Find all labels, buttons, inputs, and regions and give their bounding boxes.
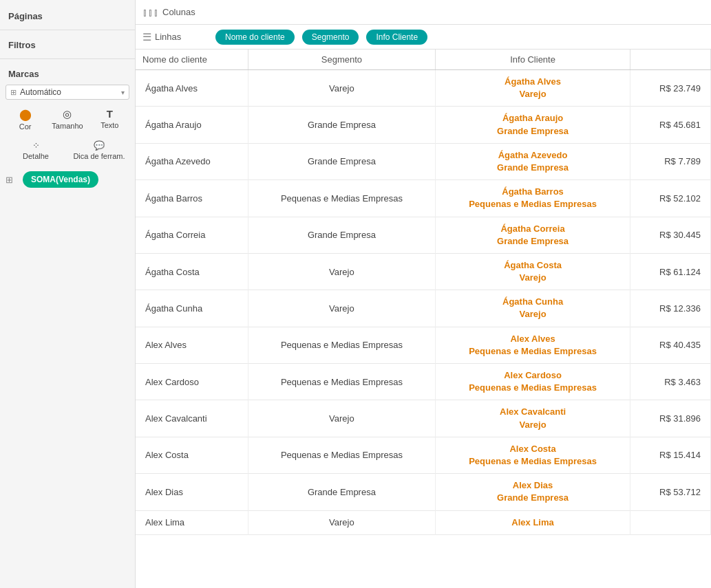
- info-line2: Varejo: [443, 272, 624, 284]
- table-row: Ágatha BarrosPequenas e Medias EmpresasÁ…: [136, 180, 711, 217]
- cell-segmento: Grande Empresa: [248, 107, 436, 143]
- info-line1: Ágatha Barros: [443, 186, 624, 198]
- pills-container: Nome do cliente Segmento Info Cliente: [215, 30, 432, 45]
- cell-info: Ágatha CostaVarejo: [435, 253, 630, 290]
- cell-nome: Ágatha Araujo: [136, 107, 248, 143]
- info-line2: Varejo: [443, 419, 624, 431]
- info-line2: Grande Empresa: [443, 492, 624, 504]
- cell-nome: Alex Cavalcanti: [136, 400, 248, 437]
- cell-segmento: Varejo: [248, 70, 436, 107]
- mark-cor[interactable]: ⬤ Cor: [6, 105, 45, 133]
- linhas-toolbar: ☰ Linhas Nome do cliente Segmento Info C…: [136, 25, 711, 50]
- th-nome: Nome do cliente: [136, 50, 248, 70]
- table-row: Alex CavalcantiVarejoAlex CavalcantiVare…: [136, 400, 711, 437]
- th-info: Info Cliente: [435, 50, 630, 70]
- cell-info: Ágatha CunhaVarejo: [435, 290, 630, 327]
- info-line2: Pequenas e Medias Empresas: [443, 345, 624, 358]
- table-row: Ágatha CorreiaGrande EmpresaÁgatha Corre…: [136, 217, 711, 253]
- pill-nome-cliente[interactable]: Nome do cliente: [215, 30, 295, 45]
- cell-valor: R$ 45.681: [630, 107, 711, 143]
- info-line2: Pequenas e Medias Empresas: [443, 198, 624, 210]
- info-line2: Grande Empresa: [443, 162, 624, 174]
- cell-segmento: Varejo: [248, 510, 436, 534]
- info-line1: Alex Costa: [443, 443, 624, 455]
- mark-texto[interactable]: T Texto: [90, 105, 129, 133]
- cell-valor: R$ 30.445: [630, 217, 711, 253]
- soma-label: SOMA(Vendas): [31, 175, 90, 184]
- table-row: Alex DiasGrande EmpresaAlex DiasGrande E…: [136, 474, 711, 510]
- pill-segmento[interactable]: Segmento: [302, 30, 359, 45]
- cell-nome: Ágatha Costa: [136, 253, 248, 290]
- info-line2: Pequenas e Medias Empresas: [443, 455, 624, 468]
- cell-info: Ágatha AlvesVarejo: [435, 70, 630, 107]
- detalhe-icon: ⁘: [32, 140, 40, 151]
- cell-segmento: Grande Empresa: [248, 474, 436, 510]
- cell-valor: R$ 53.712: [630, 474, 711, 510]
- marks-grid2: ⁘ Detalhe 💬 Dica de ferram.: [6, 138, 129, 163]
- right-panel: ⫿⫿⫿ Colunas ☰ Linhas Nome do cliente Seg…: [136, 0, 711, 588]
- cell-valor: R$ 61.124: [630, 253, 711, 290]
- cell-info: Alex Lima: [435, 510, 630, 534]
- cor-label: Cor: [19, 122, 32, 131]
- cell-nome: Alex Cardoso: [136, 364, 248, 400]
- mark-tamanho[interactable]: ◎ Tamanho: [47, 105, 87, 133]
- cell-nome: Alex Alves: [136, 327, 248, 363]
- detalhe-label: Detalhe: [23, 152, 49, 160]
- mark-dica[interactable]: 💬 Dica de ferram.: [69, 138, 129, 163]
- cell-valor: R$ 15.414: [630, 437, 711, 473]
- table-header-row: Nome do cliente Segmento Info Cliente: [136, 50, 711, 70]
- cell-segmento: Varejo: [248, 253, 436, 290]
- dropdown-label: Automático: [20, 87, 61, 97]
- info-line1: Alex Cardoso: [443, 369, 624, 382]
- table-row: Alex CostaPequenas e Medias EmpresasAlex…: [136, 437, 711, 473]
- table-container: Nome do cliente Segmento Info Cliente Ág…: [136, 50, 711, 588]
- soma-add-icon[interactable]: ⊞: [6, 175, 13, 185]
- cell-nome: Ágatha Barros: [136, 180, 248, 217]
- colunas-label: Colunas: [162, 7, 217, 17]
- table-row: Ágatha AraujoGrande EmpresaÁgatha Araujo…: [136, 107, 711, 143]
- cell-valor: R$ 7.789: [630, 143, 711, 179]
- info-line2: Grande Empresa: [443, 235, 624, 248]
- cell-info: Alex AlvesPequenas e Medias Empresas: [435, 327, 630, 363]
- info-line1: Ágatha Alves: [443, 76, 624, 88]
- cell-nome: Ágatha Correia: [136, 217, 248, 253]
- marcas-label: Marcas: [0, 65, 135, 82]
- cell-info: Alex CavalcantiVarejo: [435, 400, 630, 437]
- mark-detalhe[interactable]: ⁘ Detalhe: [6, 138, 66, 163]
- paginas-divider: [0, 30, 135, 30]
- cell-info: Ágatha AzevedoGrande Empresa: [435, 143, 630, 179]
- table-row: Ágatha AlvesVarejoÁgatha AlvesVarejoR$ 2…: [136, 70, 711, 107]
- info-line2: Grande Empresa: [443, 125, 624, 138]
- cell-nome: Alex Lima: [136, 510, 248, 534]
- cell-nome: Alex Dias: [136, 474, 248, 510]
- cell-valor: R$ 31.896: [630, 400, 711, 437]
- pill-info-cliente[interactable]: Info Cliente: [366, 30, 427, 45]
- tamanho-icon: ◎: [63, 108, 72, 120]
- cell-info: Ágatha AraujoGrande Empresa: [435, 107, 630, 143]
- colunas-icon: ⫿⫿⫿: [142, 6, 159, 18]
- info-line1: Alex Lima: [443, 516, 624, 529]
- marks-section: ⊞ Automático ▾ ⬤ Cor ◎ Tamanho T Texto ⁘…: [0, 82, 135, 193]
- table-row: Ágatha CostaVarejoÁgatha CostaVarejoR$ 6…: [136, 253, 711, 290]
- cell-nome: Alex Costa: [136, 437, 248, 473]
- info-line1: Alex Dias: [443, 479, 624, 492]
- table-row: Alex AlvesPequenas e Medias EmpresasAlex…: [136, 327, 711, 363]
- soma-vendas-pill[interactable]: SOMA(Vendas): [23, 171, 98, 188]
- colunas-toolbar: ⫿⫿⫿ Colunas: [136, 0, 711, 25]
- info-line2: Varejo: [443, 88, 624, 100]
- info-line1: Ágatha Correia: [443, 223, 624, 235]
- cell-segmento: Grande Empresa: [248, 143, 436, 179]
- cell-segmento: Pequenas e Medias Empresas: [248, 364, 436, 400]
- dica-icon: 💬: [94, 140, 105, 151]
- cell-nome: Ágatha Cunha: [136, 290, 248, 327]
- info-line2: Pequenas e Medias Empresas: [443, 382, 624, 394]
- dica-label: Dica de ferram.: [73, 152, 125, 160]
- filtros-label: Filtros: [0, 36, 135, 53]
- table-row: Alex LimaVarejoAlex Lima: [136, 510, 711, 534]
- marks-dropdown[interactable]: ⊞ Automático ▾: [6, 85, 129, 100]
- paginas-label: Páginas: [0, 7, 135, 24]
- cell-valor: R$ 23.749: [630, 70, 711, 107]
- info-line1: Ágatha Cunha: [443, 296, 624, 308]
- info-line1: Alex Alves: [443, 333, 624, 345]
- tamanho-label: Tamanho: [52, 122, 83, 130]
